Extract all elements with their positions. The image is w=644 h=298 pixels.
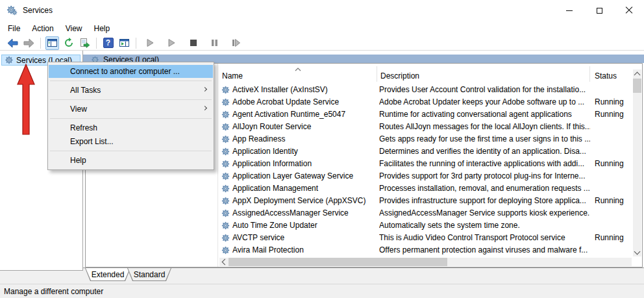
services-app-icon: [6, 5, 18, 16]
service-gear-icon: [221, 184, 230, 193]
menu-item-all-tasks[interactable]: All Tasks: [49, 84, 213, 97]
close-button[interactable]: [614, 0, 644, 21]
service-row[interactable]: Auto Time Zone Updater Automatically set…: [218, 219, 633, 232]
service-list: Name Description Status ActiveX Installe…: [217, 64, 642, 267]
service-row[interactable]: Avira Mail Protection Offers permanent p…: [218, 244, 633, 256]
menu-help[interactable]: Help: [88, 22, 116, 35]
tab-extended[interactable]: Extended: [85, 268, 130, 281]
service-description: Provides support for 3rd party protocol …: [379, 170, 590, 182]
show-action-pane-button[interactable]: [118, 36, 131, 50]
service-rows: ActiveX Installer (AxInstSV) Provides Us…: [218, 84, 633, 257]
stop-icon: [190, 39, 197, 47]
back-button[interactable]: [6, 36, 19, 50]
scroll-down-button[interactable]: [633, 248, 641, 256]
service-description: Runtime for activating conversational ag…: [379, 108, 590, 121]
horizontal-scrollbar[interactable]: [219, 258, 632, 266]
refresh-icon: [64, 38, 74, 48]
service-row[interactable]: App Readiness Gets apps ready for use th…: [218, 133, 633, 145]
restart-service-button[interactable]: [229, 36, 243, 50]
service-status: Running: [595, 195, 632, 207]
service-gear-icon: [221, 160, 230, 168]
column-divider[interactable]: [377, 66, 377, 82]
service-row[interactable]: AssignedAccessManager Service AssignedAc…: [218, 207, 633, 219]
service-gear-icon: [221, 147, 230, 156]
horizontal-scroll-thumb[interactable]: [229, 258, 447, 266]
service-description: This is Audio Video Control Transport Pr…: [379, 232, 590, 244]
back-arrow-icon: [7, 38, 18, 48]
menu-view[interactable]: View: [60, 22, 88, 35]
service-row[interactable]: Application Information Facilitates the …: [218, 158, 633, 170]
column-header-status[interactable]: Status: [595, 71, 617, 81]
service-status: Running: [595, 96, 632, 108]
service-row[interactable]: AllJoyn Router Service Routes AllJoyn me…: [218, 121, 633, 133]
list-header: Name Description Status: [218, 64, 642, 84]
menu-action[interactable]: Action: [26, 22, 59, 35]
toolbar-separator: [40, 38, 41, 49]
menu-item-refresh[interactable]: Refresh: [49, 121, 213, 134]
start-service-button[interactable]: [143, 36, 157, 50]
close-icon: [625, 6, 633, 14]
services-window: Services File Action View Help: [0, 0, 644, 298]
service-description: AssignedAccessManager Service supports k…: [379, 207, 590, 219]
service-row[interactable]: AVCTP service This is Audio Video Contro…: [218, 232, 633, 244]
column-divider[interactable]: [589, 66, 590, 82]
service-description: Automatically sets the system time zone.: [379, 219, 590, 232]
service-name: AllJoyn Router Service: [232, 121, 377, 133]
maximize-button[interactable]: [584, 0, 614, 21]
service-row[interactable]: Application Layer Gateway Service Provid…: [218, 170, 633, 182]
tab-strip: Extended Standard: [0, 267, 644, 284]
service-description: Facilitates the running of interactive a…: [379, 158, 590, 170]
export-list-button[interactable]: [78, 36, 92, 50]
scroll-up-button[interactable]: [633, 69, 641, 78]
service-row[interactable]: Agent Activation Runtime_e5047 Runtime f…: [218, 108, 633, 121]
service-status: Running: [595, 232, 632, 244]
status-bar: Manage a different computer: [0, 284, 644, 298]
service-gear-icon: [221, 172, 230, 180]
title-bar: Services: [0, 0, 644, 21]
service-row[interactable]: ActiveX Installer (AxInstSV) Provides Us…: [218, 84, 633, 96]
service-gear-icon: [221, 135, 230, 143]
service-row[interactable]: AppX Deployment Service (AppXSVC) Provid…: [218, 195, 633, 207]
service-name: App Readiness: [232, 133, 377, 145]
service-gear-icon: [221, 221, 230, 230]
service-name: AppX Deployment Service (AppXSVC): [232, 195, 377, 207]
tab-extended-label: Extended: [86, 268, 130, 280]
menu-item-export-list[interactable]: Export List...: [49, 135, 213, 148]
help-button[interactable]: ?: [101, 36, 115, 50]
service-description: Offers permanent protection against viru…: [379, 244, 590, 256]
refresh-button[interactable]: [62, 36, 75, 50]
status-text: Manage a different computer: [4, 287, 103, 296]
minimize-button[interactable]: [554, 0, 584, 21]
stop-service-button[interactable]: [186, 36, 200, 50]
service-row[interactable]: Application Management Processes install…: [218, 182, 633, 195]
show-console-tree-button[interactable]: [45, 36, 59, 50]
service-row[interactable]: Adobe Acrobat Update Service Adobe Acrob…: [218, 96, 633, 108]
window-title: Services: [23, 6, 53, 15]
help-icon: ?: [103, 38, 114, 48]
service-gear-icon: [221, 246, 230, 255]
service-name: AssignedAccessManager Service: [232, 207, 377, 219]
column-header-name[interactable]: Name: [222, 71, 243, 81]
service-description: Processes installation, removal, and enu…: [379, 182, 590, 195]
menu-item-connect-to-another-computer[interactable]: Connect to another computer ...: [49, 65, 213, 78]
toolbar-separator: [136, 38, 136, 49]
menu-file[interactable]: File: [2, 22, 26, 35]
menu-item-view[interactable]: View: [49, 103, 213, 116]
service-description: Gets apps ready for use the first time a…: [379, 133, 590, 145]
tab-standard[interactable]: Standard: [127, 268, 171, 281]
service-gear-icon: [221, 86, 230, 94]
vertical-scroll-thumb[interactable]: [633, 79, 641, 93]
scrollbar-corner: [632, 257, 642, 266]
service-row[interactable]: Application Identity Determines and veri…: [218, 145, 633, 158]
vertical-scrollbar[interactable]: [633, 69, 641, 256]
chevron-down-icon: [634, 248, 641, 255]
resume-service-button[interactable]: [165, 36, 179, 50]
forward-button[interactable]: [22, 36, 36, 50]
menu-item-help[interactable]: Help: [49, 154, 213, 167]
service-name: Application Management: [232, 182, 377, 195]
forward-arrow-icon: [23, 38, 34, 48]
column-header-description[interactable]: Description: [380, 71, 419, 81]
service-name: Application Layer Gateway Service: [232, 170, 377, 182]
scroll-left-button[interactable]: [219, 258, 228, 266]
pause-service-button[interactable]: [208, 36, 221, 50]
